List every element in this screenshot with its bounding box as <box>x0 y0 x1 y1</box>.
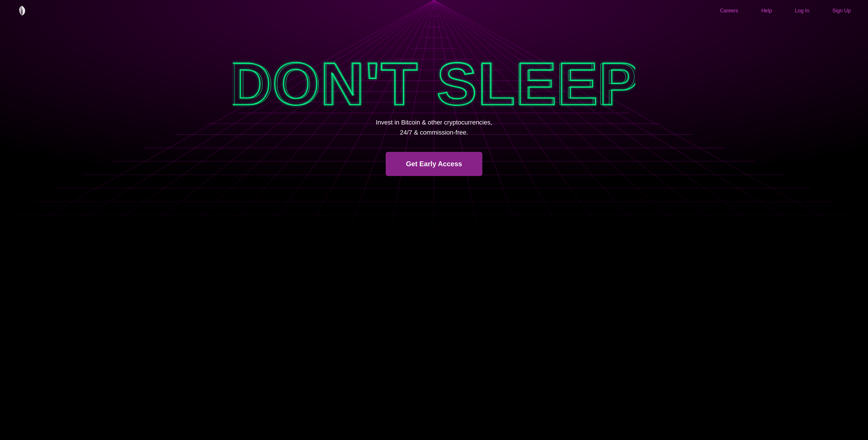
hero-title-container: DON'T SLEEP DON'T SLEEP DON'T SLEEP DON'… <box>233 44 635 117</box>
navbar: Careers Help Log In Sign Up <box>0 0 868 21</box>
nav-links: Careers Help Log In Sign Up <box>720 8 851 14</box>
nav-link-help[interactable]: Help <box>761 8 772 14</box>
cta-button[interactable]: Get Early Access <box>386 152 482 176</box>
page-wrapper: Careers Help Log In Sign Up <box>0 0 868 440</box>
nav-link-signup[interactable]: Sign Up <box>832 8 851 14</box>
logo-icon <box>17 5 27 16</box>
svg-text:DON'T SLEEP: DON'T SLEEP <box>233 50 635 116</box>
nav-link-login[interactable]: Log In <box>795 8 809 14</box>
main-content: DON'T SLEEP DON'T SLEEP DON'T SLEEP DON'… <box>0 21 868 176</box>
nav-link-careers[interactable]: Careers <box>720 8 738 14</box>
logo-area[interactable] <box>17 5 27 16</box>
hero-subtitle: Invest in Bitcoin & other cryptocurrenci… <box>376 117 492 137</box>
